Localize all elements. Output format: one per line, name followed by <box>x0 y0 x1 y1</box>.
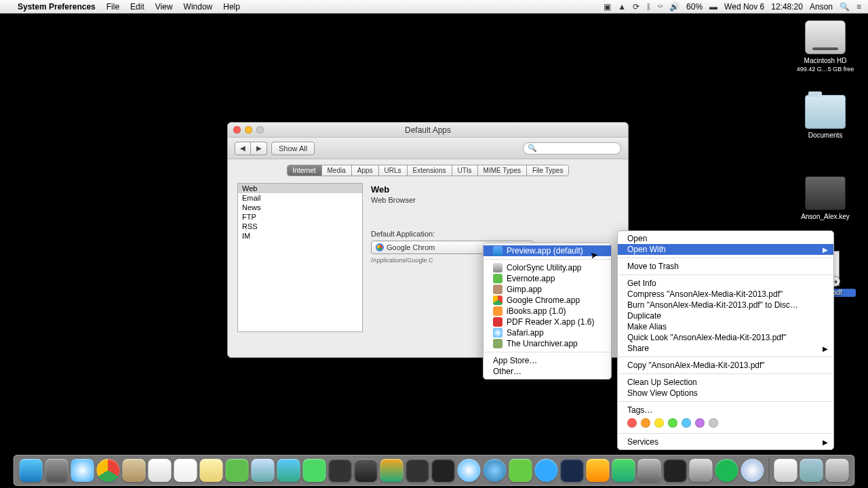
openwith-appstore[interactable]: App Store… <box>484 355 611 366</box>
dock-contacts[interactable] <box>123 459 146 482</box>
titlebar[interactable]: Default Apps <box>228 123 628 138</box>
tag-orange[interactable] <box>641 418 650 428</box>
category-list[interactable]: Web Email News FTP RSS IM <box>237 183 363 332</box>
ctx-open[interactable]: Open <box>618 233 833 244</box>
menu-edit[interactable]: Edit <box>130 2 144 12</box>
tag-red[interactable] <box>627 418 637 428</box>
timemachine-icon[interactable]: ⟳ <box>633 2 639 12</box>
wifi-icon[interactable]: ⌔ <box>658 2 663 12</box>
tab-filetypes[interactable]: File Types <box>527 165 568 176</box>
dock-trash[interactable] <box>826 459 849 482</box>
ctx-compress[interactable]: Compress "AnsonAlex-Media-Kit-2013.pdf" <box>618 289 833 300</box>
airplay-icon[interactable]: ▲ <box>618 2 626 12</box>
menu-file[interactable]: File <box>106 2 119 12</box>
ctx-getinfo[interactable]: Get Info <box>618 278 833 289</box>
desktop-documents[interactable]: Documents <box>795 95 856 140</box>
tab-urls[interactable]: URLs <box>379 165 408 176</box>
list-item[interactable]: News <box>238 203 362 212</box>
dock-facetime[interactable] <box>303 459 326 482</box>
dock-downloads[interactable] <box>774 459 797 482</box>
openwith-default[interactable]: Preview.app (default) <box>484 245 611 256</box>
dock-safari[interactable] <box>71 459 94 482</box>
tag-blue[interactable] <box>682 418 691 428</box>
dock-launchpad[interactable] <box>45 459 68 482</box>
dock-numbers[interactable] <box>612 459 635 482</box>
ctx-trash[interactable]: Move to Trash <box>618 261 833 272</box>
dock-messages[interactable] <box>277 459 300 482</box>
battery-percent[interactable]: 60% <box>686 2 703 12</box>
dock-systemprefs[interactable] <box>638 459 661 482</box>
app-menu[interactable]: System Preferences <box>18 2 96 12</box>
openwith-item[interactable]: PDF Reader X.app (1.6) <box>484 317 611 327</box>
ctx-alias[interactable]: Make Alias <box>618 321 833 332</box>
show-all-button[interactable]: Show All <box>271 142 315 155</box>
tag-gray[interactable] <box>709 418 718 428</box>
dock-itunes[interactable] <box>458 459 481 482</box>
dock-calendar[interactable] <box>174 459 197 482</box>
openwith-other[interactable]: Other… <box>484 366 611 377</box>
dock-activitymonitor[interactable] <box>664 459 687 482</box>
notification-center-icon[interactable]: ≡ <box>856 2 861 12</box>
openwith-item[interactable]: Google Chrome.app <box>484 295 611 306</box>
ctx-quicklook[interactable]: Quick Look "AnsonAlex-Media-Kit-2013.pdf… <box>618 332 833 343</box>
back-button[interactable]: ◀ <box>235 142 251 155</box>
forward-button[interactable]: ▶ <box>251 142 267 155</box>
tag-yellow[interactable] <box>654 418 664 428</box>
openwith-item[interactable]: Safari.app <box>484 327 611 338</box>
dock-app[interactable] <box>355 459 378 482</box>
dock-finder[interactable] <box>20 459 43 482</box>
ctx-openwith[interactable]: Open With▶ <box>618 244 833 255</box>
ctx-burn[interactable]: Burn "AnsonAlex-Media-Kit-2013.pdf" to D… <box>618 300 833 310</box>
menu-help[interactable]: Help <box>223 2 240 12</box>
dock-utorrent[interactable] <box>509 459 532 482</box>
dock-app[interactable] <box>329 459 352 482</box>
display-icon[interactable]: ▣ <box>604 2 611 12</box>
menubar-date[interactable]: Wed Nov 6 <box>724 2 764 12</box>
ctx-duplicate[interactable]: Duplicate <box>618 310 833 321</box>
dock-evernote[interactable] <box>226 459 249 482</box>
dock-app[interactable] <box>741 459 764 482</box>
dock-iphoto[interactable] <box>380 459 403 482</box>
openwith-item[interactable]: Gimp.app <box>484 284 611 295</box>
ctx-tags[interactable]: Tags… <box>618 405 833 415</box>
bluetooth-icon[interactable]: ᛒ <box>646 2 651 12</box>
dock-fcp[interactable] <box>406 459 429 482</box>
dock-chrome[interactable] <box>97 459 120 482</box>
tab-utis[interactable]: UTIs <box>452 165 478 176</box>
dock-photoshop[interactable] <box>561 459 584 482</box>
dock-spotify[interactable] <box>715 459 738 482</box>
dock-diskutility[interactable] <box>690 459 713 482</box>
tab-apps[interactable]: Apps <box>352 165 379 176</box>
tab-internet[interactable]: Internet <box>288 165 322 176</box>
dock-appstore[interactable] <box>484 459 507 482</box>
ctx-viewopts[interactable]: Show View Options <box>618 388 833 399</box>
tag-green[interactable] <box>668 418 677 428</box>
tab-media[interactable]: Media <box>322 165 352 176</box>
ctx-cleanup[interactable]: Clean Up Selection <box>618 377 833 388</box>
tab-mime[interactable]: MIME Types <box>478 165 527 176</box>
openwith-item[interactable]: The Unarchiver.app <box>484 338 611 349</box>
menubar-user[interactable]: Anson <box>810 2 833 12</box>
ctx-copy[interactable]: Copy "AnsonAlex-Media-Kit-2013.pdf" <box>618 360 833 371</box>
list-item[interactable]: IM <box>238 231 362 241</box>
menu-window[interactable]: Window <box>184 2 213 12</box>
search-input[interactable]: 🔍 <box>523 142 621 155</box>
desktop-keyfile[interactable]: Anson_Alex.key <box>795 176 856 221</box>
openwith-item[interactable]: ColorSync Utility.app <box>484 262 611 273</box>
tab-extensions[interactable]: Extensions <box>408 165 452 176</box>
openwith-item[interactable]: Evernote.app <box>484 273 611 284</box>
list-item[interactable]: Web <box>238 184 362 193</box>
battery-icon[interactable]: ▬ <box>709 2 717 12</box>
list-item[interactable]: RSS <box>238 222 362 231</box>
ctx-share[interactable]: Share▶ <box>618 343 833 354</box>
dock-app[interactable] <box>432 459 455 482</box>
spotlight-icon[interactable]: 🔍 <box>840 2 850 12</box>
dock-mail[interactable] <box>252 459 275 482</box>
dock-folder[interactable] <box>800 459 823 482</box>
menu-view[interactable]: View <box>155 2 173 12</box>
openwith-item[interactable]: iBooks.app (1.0) <box>484 306 611 317</box>
dock-skype[interactable] <box>535 459 558 482</box>
list-item[interactable]: Email <box>238 193 362 203</box>
tag-purple[interactable] <box>695 418 705 428</box>
dock-pages[interactable] <box>587 459 610 482</box>
